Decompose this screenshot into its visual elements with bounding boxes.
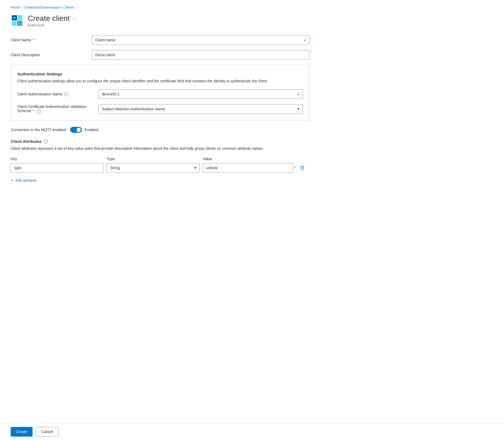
mqtt-toggle-row: Connection to the MQTT enabled Enabled — [11, 127, 309, 133]
mqtt-label: Connection to the MQTT enabled — [11, 128, 66, 132]
attr-col-actions — [299, 157, 309, 161]
breadcrumb-chevron-1: › — [22, 6, 23, 9]
auth-settings-desc: Client authentication settings allow you… — [17, 78, 303, 84]
attr-delete-wrapper — [299, 164, 309, 171]
client-description-row: Client Description — [11, 50, 309, 60]
attr-key-input[interactable] — [11, 163, 104, 173]
page-title-group: Create client ··· Event Grid — [28, 14, 77, 27]
mqtt-toggle[interactable] — [70, 127, 82, 133]
event-grid-icon — [11, 14, 23, 27]
mqtt-toggle-track — [70, 127, 82, 133]
attr-type-select[interactable]: String Integer Boolean — [107, 163, 200, 173]
attr-value-wrapper: * — [203, 163, 296, 173]
mqtt-toggle-thumb — [77, 128, 81, 132]
mqtt-toggle-container: Enabled — [70, 127, 98, 133]
attributes-table-header: Key Type Value — [11, 157, 309, 161]
attr-delete-button[interactable] — [299, 164, 306, 171]
client-attributes-title: Client Attributes i — [11, 139, 309, 144]
svg-point-5 — [13, 17, 15, 19]
add-attribute-button[interactable]: + Add attribute — [11, 177, 37, 184]
page-header: Create client ··· Event Grid — [11, 14, 309, 27]
breadcrumb-namespace[interactable]: ContosoEGNamespace | Clients — [24, 5, 74, 9]
attr-value-required: * — [294, 166, 296, 170]
attr-col-type: Type — [107, 157, 200, 161]
client-name-input[interactable] — [92, 35, 309, 45]
breadcrumb: Home › ContosoEGNamespace | Clients › — [11, 5, 309, 9]
attr-col-value: Value — [203, 157, 296, 161]
client-description-input[interactable] — [92, 50, 309, 60]
auth-name-input[interactable] — [98, 89, 303, 99]
cert-validation-required: * — [33, 109, 34, 113]
cert-validation-select-wrapper: Subject Matches Authentication Name Thum… — [98, 104, 303, 114]
auth-name-info-icon[interactable]: i — [64, 92, 68, 96]
breadcrumb-chevron-2: › — [76, 6, 77, 9]
cert-validation-label: Client Certificate Authentication Valida… — [17, 104, 92, 114]
client-name-row: Client Name * ✓ — [11, 35, 309, 45]
attr-value-input[interactable] — [203, 163, 293, 173]
page-footer: Create Cancel — [0, 423, 504, 440]
client-name-required: * — [32, 38, 34, 42]
attributes-table: Key Type Value String Integer Boolean ▼ — [11, 157, 309, 173]
client-name-input-wrapper: ✓ — [92, 35, 309, 45]
client-attributes-section: Client Attributes i Client attributes re… — [11, 139, 309, 184]
ellipsis-menu[interactable]: ··· — [73, 16, 77, 21]
svg-rect-2 — [12, 21, 17, 26]
cert-validation-row: Client Certificate Authentication Valida… — [17, 104, 303, 114]
add-attribute-label: Add attribute — [15, 178, 36, 183]
cancel-button[interactable]: Cancel — [36, 427, 59, 437]
breadcrumb-home[interactable]: Home — [11, 5, 20, 9]
cert-validation-select[interactable]: Subject Matches Authentication Name Thum… — [98, 104, 303, 114]
client-attributes-info-icon[interactable]: i — [44, 139, 48, 144]
auth-name-input-wrapper: ✓ — [98, 89, 303, 99]
create-button[interactable]: Create — [11, 427, 33, 437]
auth-settings-title: Authentication Settings — [17, 72, 303, 76]
attr-type-wrapper: String Integer Boolean ▼ — [107, 163, 200, 173]
page-subtitle: Event Grid — [28, 23, 77, 27]
auth-name-check-icon: ✓ — [297, 92, 300, 97]
auth-name-row: Client Authentication Name i ✓ — [17, 89, 303, 99]
client-description-label: Client Description — [11, 53, 85, 57]
attr-col-key: Key — [11, 157, 104, 161]
client-name-check-icon: ✓ — [303, 38, 307, 43]
page-title: Create client ··· — [28, 14, 77, 23]
client-description-input-wrapper — [92, 50, 309, 60]
svg-rect-3 — [17, 21, 22, 26]
auth-name-label: Client Authentication Name i — [17, 92, 92, 96]
cert-validation-info-icon[interactable]: i — [37, 109, 41, 114]
table-row: String Integer Boolean ▼ * — [11, 163, 309, 173]
attr-key-wrapper — [11, 163, 104, 173]
client-attributes-desc: Client attributes represent a set of key… — [11, 146, 309, 151]
delete-icon — [300, 165, 305, 170]
auth-settings-box: Authentication Settings Client authentic… — [11, 65, 309, 120]
add-attr-plus-icon: + — [11, 178, 13, 183]
client-name-label: Client Name * — [11, 38, 85, 42]
mqtt-enabled-text: Enabled — [85, 128, 98, 132]
svg-rect-1 — [18, 15, 22, 20]
svg-rect-7 — [301, 166, 303, 167]
